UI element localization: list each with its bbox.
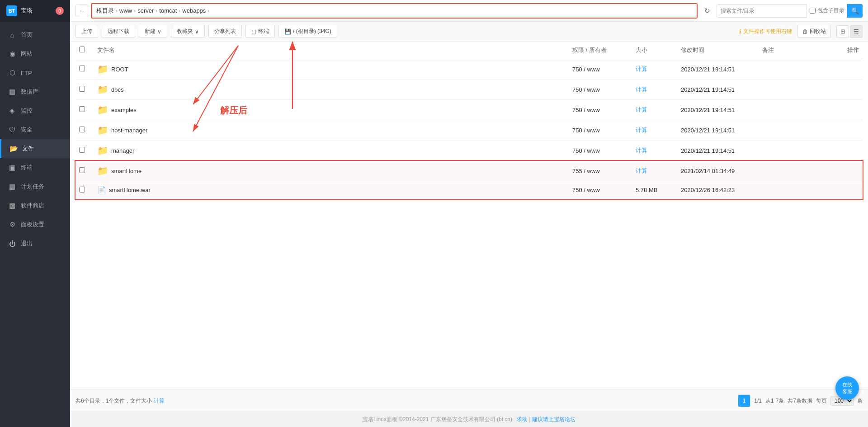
smarthome-war-row: 📄 smartHome.war 750 / www 5.78 MB 2020/1… (75, 181, 863, 199)
breadcrumb-server[interactable]: server (137, 7, 154, 14)
grid-view-button[interactable]: ⊞ (836, 25, 849, 38)
sidebar-item-website[interactable]: ◉ 网站 (0, 44, 70, 63)
sidebar-item-security-label: 安全 (21, 126, 33, 134)
select-all-checkbox[interactable] (79, 47, 85, 52)
per-page-label: 每页 (816, 397, 827, 405)
notification-badge: 0 (56, 7, 64, 15)
database-icon: ▦ (8, 88, 16, 96)
row-checkbox[interactable] (79, 106, 85, 112)
favorites-button[interactable]: 收藏夹 ∨ (171, 25, 205, 38)
breadcrumb-webapps[interactable]: webapps (182, 7, 206, 14)
calc-link[interactable]: 计算 (636, 66, 647, 72)
row-checkbox[interactable] (79, 167, 85, 173)
sidebar-item-files-label: 文件 (22, 145, 34, 153)
share-list-button[interactable]: 分享列表 (208, 25, 242, 38)
filename-text: manager (111, 147, 134, 154)
logo-icon: BT (6, 5, 17, 16)
calc-link[interactable]: 计算 (636, 167, 647, 174)
row-checkbox-cell (75, 59, 94, 80)
footer-calc-link[interactable]: 计算 (154, 398, 165, 404)
share-list-label: 分享列表 (214, 28, 236, 35)
calc-link[interactable]: 计算 (636, 147, 647, 154)
sidebar-item-store-label: 软件商店 (21, 202, 44, 210)
filename-cell[interactable]: 📄 smartHome.war (94, 181, 569, 199)
sidebar-item-crontab-label: 计划任务 (21, 183, 44, 191)
list-view-button[interactable]: ☰ (850, 25, 863, 38)
include-subdir-label[interactable]: 包含子目录 (810, 7, 844, 14)
sidebar-item-security[interactable]: 🛡 安全 (0, 120, 70, 139)
row-checkbox[interactable] (79, 147, 85, 153)
filename-cell[interactable]: 📁 smartHome (94, 161, 569, 181)
sidebar-item-home[interactable]: ⌂ 首页 (0, 25, 70, 44)
website-icon: ◉ (8, 50, 16, 58)
calc-link[interactable]: 计算 (636, 127, 647, 133)
remote-download-button[interactable]: 远程下载 (102, 25, 135, 38)
online-service-label: 在线客服 (842, 381, 852, 395)
sidebar-item-store[interactable]: ▩ 软件商店 (0, 196, 70, 215)
breadcrumb-tomcat[interactable]: tomcat (159, 7, 177, 14)
calc-link[interactable]: 计算 (636, 106, 647, 113)
per-page-suffix: 条 (857, 397, 863, 405)
modified-cell: 2020/12/26 16:42:23 (677, 181, 759, 199)
search-button[interactable]: 🔍 (847, 4, 863, 18)
table-row: 📁 ROOT 750 / www 计算 2020/12/21 19:14:51 (75, 59, 863, 80)
filename-cell[interactable]: 📁 ROOT (94, 59, 569, 80)
back-button[interactable]: ← (75, 5, 88, 17)
permission-cell: 750 / www (569, 100, 632, 120)
stats-text: 共6个目录，1个文件，文件大小 (75, 398, 152, 404)
page-footer: 宝塔Linux面板 ©2014-2021 广东堡垒安全技术有限公司 (bt.cn… (70, 412, 868, 427)
breadcrumb-www[interactable]: www (119, 7, 132, 14)
sidebar-item-crontab[interactable]: ▦ 计划任务 (0, 177, 70, 196)
permission-cell: 750 / www (569, 141, 632, 161)
permission-cell: 750 / www (569, 59, 632, 80)
filename-text: smartHome.war (109, 187, 151, 193)
sidebar-item-logout[interactable]: ⏻ 退出 (0, 234, 70, 253)
folder-icon: 📁 (97, 165, 108, 176)
calc-link[interactable]: 计算 (636, 86, 647, 93)
size-cell: 5.78 MB (632, 181, 677, 199)
action-header: 操作 (826, 42, 863, 59)
help-link[interactable]: 求助 (517, 416, 528, 422)
upload-button[interactable]: 上传 (75, 25, 98, 38)
terminal-icon: ▣ (8, 164, 16, 172)
sidebar-item-database[interactable]: ▦ 数据库 (0, 82, 70, 101)
shield-icon: 🛡 (8, 126, 16, 134)
root-dir-button[interactable]: 💾 / (根目录) (34G) (278, 25, 337, 38)
sidebar-item-settings[interactable]: ⚙ 面板设置 (0, 215, 70, 234)
sidebar-item-website-label: 网站 (21, 50, 33, 58)
sidebar-item-monitor[interactable]: ◈ 监控 (0, 101, 70, 120)
file-icon: 📄 (97, 186, 106, 194)
include-subdir-text: 包含子目录 (817, 7, 844, 14)
search-input[interactable] (717, 4, 807, 18)
footer: 共6个目录，1个文件，文件大小 计算 1 1/1 从1-7条 共7条数据 每页 … (70, 389, 868, 412)
online-service-button[interactable]: 在线客服 (835, 376, 859, 400)
filename-cell[interactable]: 📁 examples (94, 100, 569, 120)
breadcrumb-root[interactable]: 根目录 (96, 7, 114, 15)
sidebar-item-terminal[interactable]: ▣ 终端 (0, 158, 70, 177)
filename-cell[interactable]: 📁 host-manager (94, 120, 569, 141)
folder-icon: 📁 (97, 104, 108, 115)
terminal-button[interactable]: ▢ 终端 (245, 25, 275, 38)
new-button[interactable]: 新建 ∨ (139, 25, 167, 38)
select-all-header (75, 42, 94, 59)
row-checkbox[interactable] (79, 127, 85, 132)
footer-stats: 共6个目录，1个文件，文件大小 计算 (75, 397, 738, 405)
sidebar-item-ftp[interactable]: ⬡ FTP (0, 63, 70, 82)
recycle-button[interactable]: 🗑 回收站 (797, 25, 831, 38)
sidebar-item-files[interactable]: 📂 文件 (0, 139, 70, 158)
row-checkbox[interactable] (79, 86, 85, 92)
suggest-link[interactable]: 建议请上宝塔论坛 (532, 416, 576, 422)
filename-cell[interactable]: 📁 docs (94, 80, 569, 100)
main-content: ← 根目录 › www › server › tomcat › webapps … (70, 0, 868, 427)
row-checkbox[interactable] (79, 66, 85, 71)
copyright-text: 宝塔Linux面板 ©2014-2021 广东堡垒安全技术有限公司 (bt.cn… (363, 416, 512, 422)
table-row: 📁 docs 750 / www 计算 2020/12/21 19:14:51 (75, 80, 863, 100)
refresh-button[interactable]: ↻ (700, 4, 714, 18)
monitor-icon: ◈ (8, 107, 16, 115)
search-area: 包含子目录 🔍 (717, 4, 863, 18)
page-1-button[interactable]: 1 (738, 394, 750, 407)
include-subdir-checkbox[interactable] (810, 8, 816, 14)
row-checkbox[interactable] (79, 187, 85, 192)
filename-header: 文件名 (94, 42, 569, 59)
filename-cell[interactable]: 📁 manager (94, 141, 569, 161)
